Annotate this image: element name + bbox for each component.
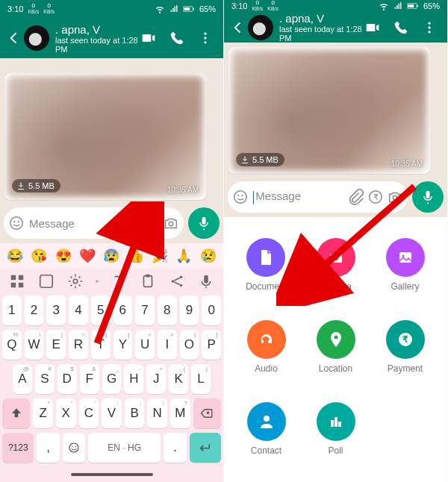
- message-input[interactable]: Message: [28, 217, 121, 230]
- svg-rect-14: [11, 283, 16, 287]
- more-icon[interactable]: [422, 20, 437, 35]
- number-row[interactable]: 1 2 3 4 5 6 7 8 9 0: [2, 295, 221, 325]
- contact-info[interactable]: . apna, V last seen today at 1:28 PM: [55, 23, 141, 54]
- svg-point-46: [264, 416, 270, 422]
- chat-header: . apna, V last seen today at 1:28 PM: [0, 18, 223, 58]
- svg-rect-12: [11, 275, 16, 280]
- attach-payment[interactable]: ₹ Payment: [386, 320, 425, 374]
- svg-point-22: [180, 284, 183, 287]
- nav-bar[interactable]: [224, 477, 447, 482]
- qwerty-row-2[interactable]: @A #S $D &F _G -H +J (K )L: [2, 364, 221, 394]
- attach-contact[interactable]: Contact: [247, 402, 286, 456]
- svg-point-20: [172, 280, 175, 283]
- gear-icon[interactable]: [67, 273, 84, 289]
- attach-location[interactable]: Location: [317, 320, 355, 374]
- payment-icon[interactable]: ₹: [143, 215, 160, 231]
- enter-key[interactable]: [190, 433, 221, 463]
- status-time: 3:10: [7, 4, 23, 13]
- signal-icon: [393, 1, 402, 10]
- shift-key[interactable]: [2, 398, 30, 428]
- emoji-icon[interactable]: [8, 215, 25, 231]
- avatar[interactable]: [24, 25, 49, 51]
- voice-call-icon[interactable]: [169, 31, 184, 46]
- payment-icon[interactable]: ₹: [367, 189, 384, 205]
- svg-rect-49: [338, 422, 341, 427]
- mic-button[interactable]: [188, 207, 220, 239]
- chat-area[interactable]: 5.5 MB 10:35 AM: [224, 43, 447, 178]
- nav-bar[interactable]: [0, 467, 223, 482]
- avatar[interactable]: [248, 15, 273, 40]
- symbols-key[interactable]: ?123: [2, 433, 34, 463]
- signal-icon: [169, 4, 178, 13]
- message-time: 10:35 AM: [167, 186, 199, 194]
- battery-icon: [407, 2, 419, 10]
- qwerty-row-1[interactable]: %Q \W |E =R [T ]Y <U >I {O }P: [2, 330, 221, 360]
- keyboard[interactable]: 😂😘😍❤️😰👍🎉🙏😢 1 2 3 4 5 6 7 8 9: [0, 243, 223, 482]
- share-icon[interactable]: [169, 273, 185, 289]
- attach-icon[interactable]: [124, 215, 140, 231]
- image-message[interactable]: 5.5 MB 10:35 AM: [4, 73, 206, 200]
- svg-rect-19: [146, 275, 151, 278]
- svg-point-39: [393, 195, 397, 200]
- video-call-icon[interactable]: [141, 31, 156, 46]
- last-seen: last seen today at 1:28 PM: [55, 36, 141, 54]
- svg-point-40: [334, 256, 338, 260]
- attach-poll[interactable]: Poll: [317, 402, 355, 456]
- attach-panel: Document Camera Gallery Audio Location ₹…: [224, 217, 447, 477]
- qwerty-row-3[interactable]: *Z "X 'C :V ;B !N ?M: [2, 398, 221, 428]
- svg-point-7: [13, 221, 15, 222]
- svg-rect-2: [184, 7, 190, 10]
- composer: Message ₹: [224, 178, 447, 217]
- space-key[interactable]: EN · HG: [88, 433, 161, 463]
- image-message[interactable]: 5.5 MB 10:35 AM: [228, 47, 430, 174]
- emoji-icon[interactable]: [232, 189, 249, 205]
- emoji-key[interactable]: [63, 433, 85, 463]
- sticker-icon[interactable]: [38, 273, 55, 289]
- text-icon[interactable]: [111, 273, 128, 289]
- svg-point-21: [180, 276, 183, 279]
- camera-icon[interactable]: [387, 189, 403, 205]
- back-button[interactable]: [228, 19, 246, 36]
- wifi-icon: [155, 4, 165, 14]
- camera-icon[interactable]: [163, 215, 179, 231]
- attach-camera[interactable]: Camera: [317, 238, 355, 292]
- svg-point-17: [73, 279, 78, 284]
- svg-rect-16: [40, 275, 53, 288]
- svg-rect-29: [417, 5, 417, 7]
- svg-point-3: [204, 33, 206, 35]
- video-call-icon[interactable]: [365, 20, 380, 35]
- backspace-key[interactable]: [193, 398, 221, 428]
- svg-point-43: [334, 336, 337, 339]
- svg-text:₹: ₹: [402, 334, 408, 345]
- mic-icon[interactable]: [198, 273, 214, 289]
- grid-icon[interactable]: [9, 273, 25, 289]
- attach-icon[interactable]: [348, 189, 364, 205]
- voice-call-icon[interactable]: [393, 20, 408, 35]
- chat-area[interactable]: 5.5 MB 10:35 AM: [0, 58, 223, 204]
- svg-rect-1: [193, 8, 193, 10]
- attach-document[interactable]: Document: [246, 238, 287, 292]
- emoji-suggestions[interactable]: 😂😘😍❤️😰👍🎉🙏😢: [0, 243, 223, 269]
- svg-point-26: [75, 446, 76, 448]
- svg-rect-41: [399, 252, 411, 263]
- clipboard-icon[interactable]: [140, 273, 156, 289]
- svg-rect-18: [144, 276, 152, 287]
- phone-left: 3:10 0KB/s 0KB/s 65% . apna, V last seen…: [0, 0, 224, 482]
- keyboard-toolbar[interactable]: [0, 269, 223, 294]
- svg-point-32: [428, 26, 430, 28]
- svg-point-36: [242, 195, 243, 196]
- svg-point-35: [237, 195, 239, 196]
- status-bar: 3:10 0KB/s 0KB/s 65%: [224, 0, 447, 12]
- attach-audio[interactable]: Audio: [247, 320, 286, 374]
- message-input[interactable]: Message: [252, 190, 345, 204]
- more-icon[interactable]: [198, 31, 213, 46]
- bottom-row[interactable]: ?123 , EN · HG .: [2, 433, 221, 463]
- mic-button[interactable]: [412, 181, 444, 213]
- svg-text:₹: ₹: [149, 219, 155, 228]
- status-bar: 3:10 0KB/s 0KB/s 65%: [0, 0, 223, 18]
- download-badge[interactable]: 5.5 MB: [236, 153, 284, 166]
- attach-gallery[interactable]: Gallery: [386, 238, 425, 292]
- back-button[interactable]: [4, 30, 22, 46]
- download-badge[interactable]: 5.5 MB: [12, 179, 60, 193]
- contact-info[interactable]: . apna, V last seen today at 1:28 PM: [279, 12, 365, 43]
